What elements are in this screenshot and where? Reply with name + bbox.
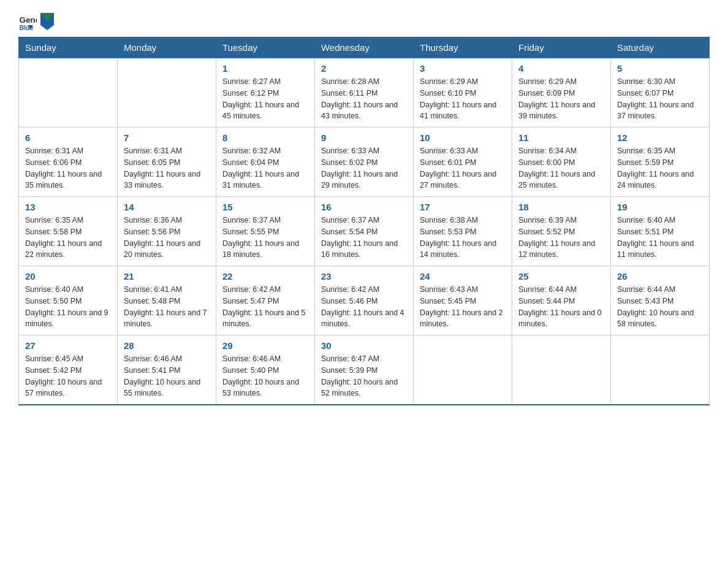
calendar-cell: 9Sunrise: 6:33 AM Sunset: 6:02 PM Daylig… bbox=[315, 128, 414, 197]
calendar-header-tuesday: Tuesday bbox=[216, 37, 315, 58]
day-info: Sunrise: 6:36 AM Sunset: 5:56 PM Dayligh… bbox=[124, 215, 210, 261]
logo-icon: General Blue bbox=[18, 12, 37, 31]
calendar-cell bbox=[611, 335, 710, 405]
day-number: 22 bbox=[222, 271, 308, 282]
day-number: 14 bbox=[124, 202, 210, 212]
calendar-cell: 6Sunrise: 6:31 AM Sunset: 6:06 PM Daylig… bbox=[19, 128, 118, 197]
calendar-cell: 2Sunrise: 6:28 AM Sunset: 6:11 PM Daylig… bbox=[315, 58, 414, 128]
calendar-header-saturday: Saturday bbox=[611, 37, 710, 58]
day-info: Sunrise: 6:35 AM Sunset: 5:58 PM Dayligh… bbox=[25, 215, 111, 261]
day-number: 7 bbox=[124, 132, 210, 143]
day-info: Sunrise: 6:47 AM Sunset: 5:39 PM Dayligh… bbox=[321, 353, 407, 399]
day-number: 3 bbox=[420, 63, 506, 74]
calendar-cell: 19Sunrise: 6:40 AM Sunset: 5:51 PM Dayli… bbox=[611, 197, 710, 266]
calendar-cell: 29Sunrise: 6:46 AM Sunset: 5:40 PM Dayli… bbox=[216, 335, 315, 405]
day-info: Sunrise: 6:29 AM Sunset: 6:10 PM Dayligh… bbox=[420, 76, 506, 122]
day-info: Sunrise: 6:33 AM Sunset: 6:01 PM Dayligh… bbox=[420, 145, 506, 191]
day-info: Sunrise: 6:45 AM Sunset: 5:42 PM Dayligh… bbox=[25, 353, 111, 399]
day-info: Sunrise: 6:40 AM Sunset: 5:51 PM Dayligh… bbox=[617, 215, 703, 261]
calendar-cell bbox=[118, 58, 216, 128]
calendar-cell: 20Sunrise: 6:40 AM Sunset: 5:50 PM Dayli… bbox=[19, 266, 118, 335]
calendar-cell: 15Sunrise: 6:37 AM Sunset: 5:55 PM Dayli… bbox=[216, 197, 315, 266]
calendar-cell: 23Sunrise: 6:42 AM Sunset: 5:46 PM Dayli… bbox=[315, 266, 414, 335]
day-info: Sunrise: 6:44 AM Sunset: 5:43 PM Dayligh… bbox=[617, 284, 703, 330]
day-info: Sunrise: 6:35 AM Sunset: 5:59 PM Dayligh… bbox=[617, 145, 703, 191]
calendar-cell: 24Sunrise: 6:43 AM Sunset: 5:45 PM Dayli… bbox=[414, 266, 512, 335]
calendar-header-row: SundayMondayTuesdayWednesdayThursdayFrid… bbox=[19, 37, 710, 58]
day-number: 21 bbox=[124, 271, 210, 282]
day-info: Sunrise: 6:39 AM Sunset: 5:52 PM Dayligh… bbox=[518, 215, 604, 261]
day-number: 6 bbox=[25, 132, 111, 143]
calendar-cell: 28Sunrise: 6:46 AM Sunset: 5:41 PM Dayli… bbox=[118, 335, 216, 405]
day-number: 15 bbox=[222, 202, 308, 212]
day-info: Sunrise: 6:31 AM Sunset: 6:06 PM Dayligh… bbox=[25, 145, 111, 191]
calendar-cell: 4Sunrise: 6:29 AM Sunset: 6:09 PM Daylig… bbox=[512, 58, 611, 128]
calendar-cell: 17Sunrise: 6:38 AM Sunset: 5:53 PM Dayli… bbox=[414, 197, 512, 266]
day-number: 27 bbox=[25, 340, 111, 351]
day-info: Sunrise: 6:27 AM Sunset: 6:12 PM Dayligh… bbox=[222, 76, 308, 122]
day-number: 1 bbox=[222, 63, 308, 74]
day-number: 23 bbox=[321, 271, 407, 282]
day-info: Sunrise: 6:33 AM Sunset: 6:02 PM Dayligh… bbox=[321, 145, 407, 191]
calendar-cell: 22Sunrise: 6:42 AM Sunset: 5:47 PM Dayli… bbox=[216, 266, 315, 335]
calendar-cell bbox=[512, 335, 611, 405]
calendar-cell bbox=[19, 58, 118, 128]
day-info: Sunrise: 6:43 AM Sunset: 5:45 PM Dayligh… bbox=[420, 284, 506, 330]
day-number: 13 bbox=[25, 202, 111, 212]
calendar-cell: 12Sunrise: 6:35 AM Sunset: 5:59 PM Dayli… bbox=[611, 128, 710, 197]
day-info: Sunrise: 6:37 AM Sunset: 5:55 PM Dayligh… bbox=[222, 215, 308, 261]
logo-arrow-icon bbox=[40, 13, 54, 30]
calendar-header-friday: Friday bbox=[512, 37, 611, 58]
calendar-cell: 8Sunrise: 6:32 AM Sunset: 6:04 PM Daylig… bbox=[216, 128, 315, 197]
calendar-week-row: 6Sunrise: 6:31 AM Sunset: 6:06 PM Daylig… bbox=[19, 128, 710, 197]
day-number: 11 bbox=[518, 132, 604, 143]
calendar-cell: 30Sunrise: 6:47 AM Sunset: 5:39 PM Dayli… bbox=[315, 335, 414, 405]
day-number: 12 bbox=[617, 132, 703, 143]
calendar-header-monday: Monday bbox=[118, 37, 216, 58]
day-info: Sunrise: 6:44 AM Sunset: 5:44 PM Dayligh… bbox=[518, 284, 604, 330]
calendar-cell: 26Sunrise: 6:44 AM Sunset: 5:43 PM Dayli… bbox=[611, 266, 710, 335]
calendar-header-sunday: Sunday bbox=[19, 37, 118, 58]
day-info: Sunrise: 6:38 AM Sunset: 5:53 PM Dayligh… bbox=[420, 215, 506, 261]
calendar-cell: 5Sunrise: 6:30 AM Sunset: 6:07 PM Daylig… bbox=[611, 58, 710, 128]
calendar-table: SundayMondayTuesdayWednesdayThursdayFrid… bbox=[18, 37, 710, 405]
svg-text:General: General bbox=[20, 15, 37, 25]
day-info: Sunrise: 6:29 AM Sunset: 6:09 PM Dayligh… bbox=[518, 76, 604, 122]
calendar-cell: 14Sunrise: 6:36 AM Sunset: 5:56 PM Dayli… bbox=[118, 197, 216, 266]
calendar-cell: 21Sunrise: 6:41 AM Sunset: 5:48 PM Dayli… bbox=[118, 266, 216, 335]
day-number: 30 bbox=[321, 340, 407, 351]
day-number: 17 bbox=[420, 202, 506, 212]
calendar-cell: 18Sunrise: 6:39 AM Sunset: 5:52 PM Dayli… bbox=[512, 197, 611, 266]
calendar-cell: 25Sunrise: 6:44 AM Sunset: 5:44 PM Dayli… bbox=[512, 266, 611, 335]
calendar-cell: 27Sunrise: 6:45 AM Sunset: 5:42 PM Dayli… bbox=[19, 335, 118, 405]
calendar-week-row: 27Sunrise: 6:45 AM Sunset: 5:42 PM Dayli… bbox=[19, 335, 710, 405]
day-info: Sunrise: 6:41 AM Sunset: 5:48 PM Dayligh… bbox=[124, 284, 210, 330]
calendar-cell: 3Sunrise: 6:29 AM Sunset: 6:10 PM Daylig… bbox=[414, 58, 512, 128]
day-number: 10 bbox=[420, 132, 506, 143]
calendar-header-wednesday: Wednesday bbox=[315, 37, 414, 58]
calendar-cell: 1Sunrise: 6:27 AM Sunset: 6:12 PM Daylig… bbox=[216, 58, 315, 128]
calendar-cell: 13Sunrise: 6:35 AM Sunset: 5:58 PM Dayli… bbox=[19, 197, 118, 266]
calendar-week-row: 13Sunrise: 6:35 AM Sunset: 5:58 PM Dayli… bbox=[19, 197, 710, 266]
day-number: 29 bbox=[222, 340, 308, 351]
day-info: Sunrise: 6:42 AM Sunset: 5:47 PM Dayligh… bbox=[222, 284, 308, 330]
calendar-cell: 10Sunrise: 6:33 AM Sunset: 6:01 PM Dayli… bbox=[414, 128, 512, 197]
day-info: Sunrise: 6:30 AM Sunset: 6:07 PM Dayligh… bbox=[617, 76, 703, 122]
logo: General Blue bbox=[18, 12, 55, 31]
day-number: 16 bbox=[321, 202, 407, 212]
day-number: 25 bbox=[518, 271, 604, 282]
calendar-week-row: 1Sunrise: 6:27 AM Sunset: 6:12 PM Daylig… bbox=[19, 58, 710, 128]
day-number: 24 bbox=[420, 271, 506, 282]
day-info: Sunrise: 6:42 AM Sunset: 5:46 PM Dayligh… bbox=[321, 284, 407, 330]
day-info: Sunrise: 6:46 AM Sunset: 5:40 PM Dayligh… bbox=[222, 353, 308, 399]
day-number: 8 bbox=[222, 132, 308, 143]
day-info: Sunrise: 6:32 AM Sunset: 6:04 PM Dayligh… bbox=[222, 145, 308, 191]
day-number: 18 bbox=[518, 202, 604, 212]
day-info: Sunrise: 6:34 AM Sunset: 6:00 PM Dayligh… bbox=[518, 145, 604, 191]
day-number: 5 bbox=[617, 63, 703, 74]
calendar-week-row: 20Sunrise: 6:40 AM Sunset: 5:50 PM Dayli… bbox=[19, 266, 710, 335]
calendar-cell bbox=[414, 335, 512, 405]
calendar-cell: 16Sunrise: 6:37 AM Sunset: 5:54 PM Dayli… bbox=[315, 197, 414, 266]
day-number: 20 bbox=[25, 271, 111, 282]
day-number: 26 bbox=[617, 271, 703, 282]
